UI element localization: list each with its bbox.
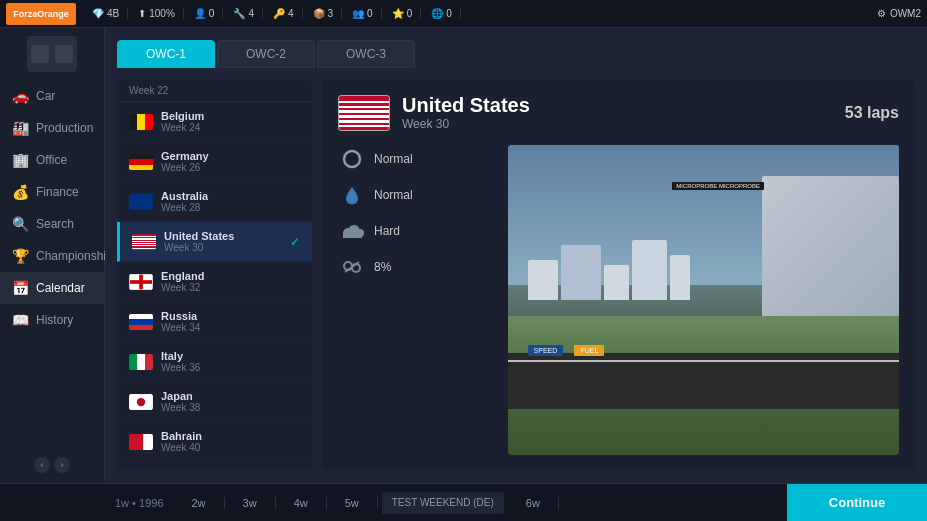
sidebar-item-finance[interactable]: 💰 Finance <box>0 176 104 208</box>
flag-england <box>129 274 153 290</box>
building-5 <box>670 255 690 300</box>
sidebar-item-car[interactable]: 🚗 Car <box>0 80 104 112</box>
sidebar-item-office[interactable]: 🏢 Office <box>0 144 104 176</box>
production-icon: 🏭 <box>12 120 28 136</box>
race-panel: Week 22 Belgium Week 24 Germany Week 26 <box>117 80 915 469</box>
stat-packages: 📦 3 <box>305 8 343 19</box>
building-3 <box>604 265 629 300</box>
race-name-england: England <box>161 270 300 282</box>
race-item-argentina[interactable]: Argentina Week 42 <box>117 462 312 469</box>
week-2w: 2w <box>174 497 225 509</box>
globe-icon: 🌐 <box>431 8 443 19</box>
race-item-germany[interactable]: Germany Week 26 <box>117 142 312 182</box>
weather-circle-icon <box>338 145 366 173</box>
race-item-england[interactable]: England Week 32 <box>117 262 312 302</box>
race-name-belgium: Belgium <box>161 110 300 122</box>
stat-global: 🌐 0 <box>423 8 461 19</box>
race-week-russia: Week 34 <box>161 322 300 333</box>
profile-name: OWM2 <box>890 8 921 19</box>
weather-cloud-icon <box>338 217 366 245</box>
detail-flag <box>338 95 390 131</box>
continue-button[interactable]: Continue <box>787 484 927 522</box>
collapse-right-btn[interactable]: › <box>54 457 70 473</box>
race-item-italy[interactable]: Italy Week 36 <box>117 342 312 382</box>
race-name-russia: Russia <box>161 310 300 322</box>
race-week-japan: Week 38 <box>161 402 300 413</box>
svg-rect-2 <box>130 280 152 284</box>
race-item-japan[interactable]: Japan Week 38 <box>117 382 312 422</box>
weather-droplet-icon <box>338 181 366 209</box>
race-name-japan: Japan <box>161 390 300 402</box>
sidebar-collapse: ‹ › <box>34 457 70 473</box>
sidebar-item-production[interactable]: 🏭 Production <box>0 112 104 144</box>
track-scene: SPEED FUEL MICROPROBE MICROPROBE <box>508 145 899 455</box>
race-name-usa: United States <box>164 230 282 242</box>
star-icon: ⭐ <box>392 8 404 19</box>
sidebar-item-search[interactable]: 🔍 Search <box>0 208 104 240</box>
detail-country-name: United States <box>402 94 833 117</box>
collapse-left-btn[interactable]: ‹ <box>34 457 50 473</box>
sidebar-item-calendar[interactable]: 📅 Calendar <box>0 272 104 304</box>
race-item-belgium[interactable]: Belgium Week 24 <box>117 102 312 142</box>
flag-australia <box>129 194 153 210</box>
svg-rect-9 <box>343 233 362 238</box>
svg-point-4 <box>137 397 145 405</box>
weather-row-3: Hard <box>338 217 498 245</box>
arrow-up-icon: ⬆ <box>138 8 146 19</box>
week-6w: 6w <box>508 497 559 509</box>
person-icon: 👤 <box>194 8 206 19</box>
flag-italy <box>129 354 153 370</box>
current-week-label: 1w • 1996 <box>105 497 174 509</box>
track-image: SPEED FUEL MICROPROBE MICROPROBE <box>508 145 899 455</box>
tab-owc1[interactable]: OWC-1 <box>117 40 215 68</box>
sidebar-item-history[interactable]: 📖 History <box>0 304 104 336</box>
race-week-england: Week 32 <box>161 282 300 293</box>
weather-row-2: Normal <box>338 181 498 209</box>
stat-performance: ⬆ 100% <box>130 8 184 19</box>
week-5w: 5w <box>327 497 378 509</box>
svg-point-5 <box>344 151 360 167</box>
detail-laps: 53 laps <box>845 104 899 122</box>
weather-label-4: 8% <box>374 260 391 274</box>
flag-bahrain <box>129 434 153 450</box>
detail-header: United States Week 30 53 laps <box>338 94 899 131</box>
race-week-bahrain: Week 40 <box>161 442 300 453</box>
profile-area[interactable]: ⚙ OWM2 <box>877 8 921 19</box>
car-icon: 🚗 <box>12 88 28 104</box>
race-item-russia[interactable]: Russia Week 34 <box>117 302 312 342</box>
package-icon: 📦 <box>313 8 325 19</box>
race-list-header: Week 22 <box>117 80 312 102</box>
diamond-icon: 💎 <box>92 8 104 19</box>
settings-icon: ⚙ <box>877 8 886 19</box>
detail-body: Normal Normal <box>338 145 899 455</box>
building-2 <box>561 245 601 300</box>
track-white-line <box>508 360 899 362</box>
race-list: Week 22 Belgium Week 24 Germany Week 26 <box>117 80 312 469</box>
race-item-bahrain[interactable]: Bahrain Week 40 <box>117 422 312 462</box>
flag-usa <box>132 234 156 250</box>
flag-germany <box>129 154 153 170</box>
race-name-australia: Australia <box>161 190 300 202</box>
tab-owc2[interactable]: OWC-2 <box>217 40 315 68</box>
detail-title: United States Week 30 <box>402 94 833 131</box>
stat-keys: 🔑 4 <box>265 8 303 19</box>
weather-label-1: Normal <box>374 152 413 166</box>
office-icon: 🏢 <box>12 152 28 168</box>
timeline-items: 2w 3w 4w 5w TEST WEEKEND (DE) 6w <box>174 492 788 514</box>
race-item-australia[interactable]: Australia Week 28 <box>117 182 312 222</box>
race-item-usa[interactable]: United States Week 30 ✓ <box>117 222 312 262</box>
sidebar-item-championship[interactable]: 🏆 Championship <box>0 240 104 272</box>
calendar-icon: 📅 <box>12 280 28 296</box>
week-4w: 4w <box>276 497 327 509</box>
flag-russia <box>129 314 153 330</box>
stat-drivers: 👤 0 <box>186 8 224 19</box>
tab-owc3[interactable]: OWC-3 <box>317 40 415 68</box>
race-name-bahrain: Bahrain <box>161 430 300 442</box>
weather-row-1: Normal <box>338 145 498 173</box>
weather-row-4: 8% <box>338 253 498 281</box>
top-stats: 💎 4B ⬆ 100% 👤 0 🔧 4 🔑 4 📦 3 👥 0 ⭐ <box>84 8 877 19</box>
building-1 <box>528 260 558 300</box>
building-4 <box>632 240 667 300</box>
championship-icon: 🏆 <box>12 248 28 264</box>
bottom-bar: 1w • 1996 2w 3w 4w 5w TEST WEEKEND (DE) … <box>0 483 927 521</box>
